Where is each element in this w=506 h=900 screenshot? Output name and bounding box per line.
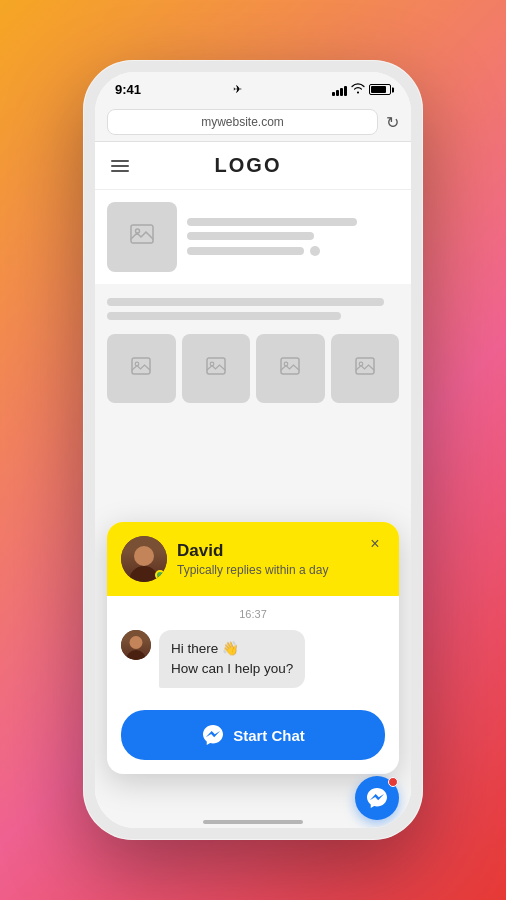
content-line-1 xyxy=(107,298,384,306)
content-line-2 xyxy=(107,312,341,320)
chat-body: 16:37 Hi there 👋How can I help you? xyxy=(107,596,399,701)
svg-point-1 xyxy=(136,229,140,233)
phone-screen: 9:41 ✈ xyxy=(95,72,411,828)
chat-agent-status: Typically replies within a day xyxy=(177,563,385,577)
status-bar: 9:41 ✈ xyxy=(95,72,411,103)
svg-rect-8 xyxy=(356,358,374,374)
fab-notification-dot xyxy=(388,777,398,787)
browser-bar: mywebsite.com ↻ xyxy=(95,103,411,142)
card-icon-4 xyxy=(355,356,375,381)
signal-bar-4 xyxy=(344,86,347,96)
phone-shell: 9:41 ✈ xyxy=(83,60,423,840)
refresh-button[interactable]: ↻ xyxy=(386,113,399,132)
text-line-2 xyxy=(187,232,314,240)
start-chat-label: Start Chat xyxy=(233,727,305,744)
signal-bar-1 xyxy=(332,92,335,96)
image-placeholder-icon xyxy=(129,221,155,253)
signal-bar-2 xyxy=(336,90,339,96)
close-chat-button[interactable]: × xyxy=(363,532,387,556)
chat-agent-name: David xyxy=(177,541,385,561)
status-icons xyxy=(332,82,391,97)
chat-popup: David Typically replies within a day × 1… xyxy=(107,522,399,775)
svg-rect-6 xyxy=(281,358,299,374)
start-chat-button[interactable]: Start Chat xyxy=(121,710,385,760)
card-item-4 xyxy=(331,334,400,403)
card-icon-2 xyxy=(206,356,226,381)
card-icon-1 xyxy=(131,356,151,381)
site-nav: LOGO xyxy=(95,142,411,190)
status-time: 9:41 xyxy=(115,82,141,97)
website-content: LOGO xyxy=(95,142,411,828)
signal-bars xyxy=(332,84,347,96)
chat-agent-info: David Typically replies within a day xyxy=(177,541,385,577)
card-item-3 xyxy=(256,334,325,403)
svg-rect-2 xyxy=(132,358,150,374)
card-item-2 xyxy=(182,334,251,403)
message-avatar xyxy=(121,630,151,660)
hero-section xyxy=(95,190,411,284)
battery-icon xyxy=(369,84,391,95)
chat-timestamp: 16:37 xyxy=(121,608,385,620)
text-line-3 xyxy=(187,247,304,255)
hero-text-lines xyxy=(187,218,399,256)
signal-bar-3 xyxy=(340,88,343,96)
svg-rect-4 xyxy=(207,358,225,374)
message-bubble: Hi there 👋How can I help you? xyxy=(159,630,305,689)
hero-image xyxy=(107,202,177,272)
online-status-dot xyxy=(155,570,165,580)
text-line-1 xyxy=(187,218,357,226)
messenger-fab[interactable] xyxy=(355,776,399,820)
wifi-icon xyxy=(351,82,365,97)
cards-grid xyxy=(95,328,411,413)
messenger-fab-icon xyxy=(365,786,389,810)
site-logo: LOGO xyxy=(145,154,351,177)
chat-header: David Typically replies within a day × xyxy=(107,522,399,596)
card-item-1 xyxy=(107,334,176,403)
svg-rect-0 xyxy=(131,225,153,243)
card-icon-3 xyxy=(280,356,300,381)
chat-message-row: Hi there 👋How can I help you? xyxy=(121,630,385,689)
msg-avatar-face xyxy=(121,630,151,660)
home-indicator xyxy=(203,820,303,824)
location-icon: ✈ xyxy=(233,83,242,96)
messenger-button-icon xyxy=(201,723,225,747)
content-lines xyxy=(95,290,411,328)
text-dot xyxy=(310,246,320,256)
hamburger-menu[interactable] xyxy=(111,160,129,172)
url-bar[interactable]: mywebsite.com xyxy=(107,109,378,135)
chat-avatar xyxy=(121,536,167,582)
